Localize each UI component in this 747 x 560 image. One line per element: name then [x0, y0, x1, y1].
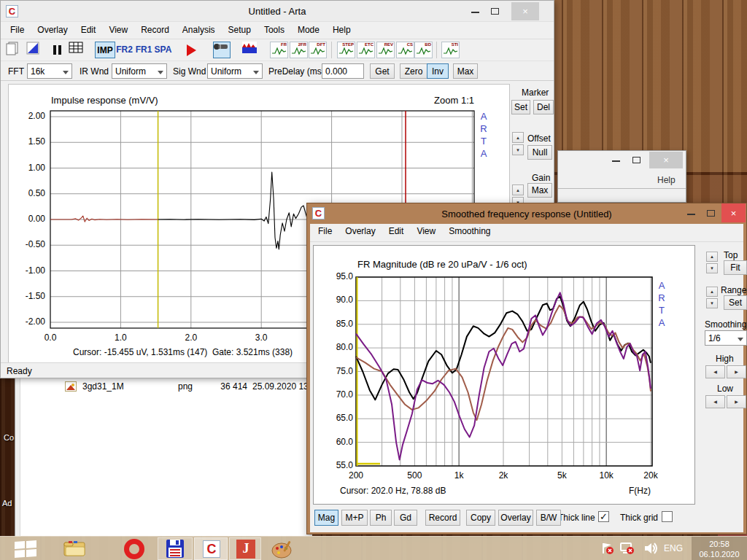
stop-icon[interactable]: [48, 42, 66, 58]
menu-item-help[interactable]: Help: [326, 23, 357, 37]
gain-max-button[interactable]: Max: [527, 183, 552, 198]
lowfr-right-button[interactable]: ▶: [727, 395, 746, 408]
mode-button-spa[interactable]: SPA: [153, 42, 174, 58]
spectrum-wave-icon[interactable]: [242, 42, 260, 58]
fit-button[interactable]: Fit: [724, 260, 747, 275]
fr-plot[interactable]: [314, 246, 696, 505]
tool-icon-etc[interactable]: ETC: [357, 42, 375, 58]
main-titlebar[interactable]: C Untitled - Arta ×: [1, 1, 554, 22]
fr-close-button[interactable]: ×: [721, 203, 746, 222]
menu-item-overlay[interactable]: Overlay: [31, 23, 74, 37]
marker-del-button[interactable]: Del: [533, 100, 554, 114]
fr-maximize-button[interactable]: [707, 210, 715, 217]
fr-button-mp[interactable]: M+P: [341, 510, 368, 526]
fr-button-record[interactable]: Record: [425, 510, 460, 526]
maximize-button[interactable]: [491, 8, 499, 15]
taskbar-arta-app[interactable]: C: [194, 537, 228, 560]
fr-menu-item-view[interactable]: View: [410, 224, 442, 238]
menu-item-analysis[interactable]: Analysis: [176, 23, 222, 37]
volume-icon[interactable]: [643, 541, 658, 556]
taskbar-floppy-app[interactable]: [158, 537, 193, 560]
lowfr-left-button[interactable]: ◀: [705, 395, 725, 408]
fr-button-overlay[interactable]: Overlay: [498, 510, 533, 526]
fr-button-copy[interactable]: Copy: [466, 510, 495, 526]
fr-menu-item-overlay[interactable]: Overlay: [338, 224, 382, 238]
start-button[interactable]: [15, 540, 36, 558]
sig-window-select[interactable]: Uniform: [207, 63, 263, 79]
fr-menu-item-file[interactable]: File: [311, 224, 338, 238]
new-document-icon[interactable]: [6, 42, 23, 58]
marker-set-button[interactable]: Set: [511, 100, 530, 114]
dialog-minimize-button[interactable]: [612, 160, 620, 162]
file-row[interactable]: 3gd31_1M png 36 414 25.09.2020 13:: [59, 381, 313, 393]
thick-line-checkbox[interactable]: ✓: [598, 511, 609, 522]
taskbar-opera-icon[interactable]: [124, 539, 149, 559]
record-play-icon[interactable]: [182, 42, 200, 58]
control-button-get[interactable]: Get: [370, 63, 395, 79]
tool-icon-sti[interactable]: STI: [441, 42, 460, 58]
fr-button-gd[interactable]: Gd: [394, 510, 417, 526]
thick-grid-checkbox[interactable]: [662, 511, 673, 522]
range-set-button[interactable]: Set: [724, 295, 747, 310]
fr-minimize-button[interactable]: [687, 214, 695, 215]
dialog-close-button[interactable]: ×: [649, 152, 683, 168]
menu-item-mode[interactable]: Mode: [291, 23, 326, 37]
fr-x-tick: 2k: [492, 470, 515, 481]
offset-up-button[interactable]: ▲: [512, 132, 524, 143]
control-button-zero[interactable]: Zero: [400, 63, 427, 79]
fr-button-mag[interactable]: Mag: [314, 510, 338, 526]
mode-button-fr1[interactable]: FR1: [133, 42, 154, 58]
language-indicator[interactable]: ENG: [664, 543, 683, 553]
dialog-maximize-button[interactable]: [632, 157, 640, 163]
network-icon[interactable]: [620, 542, 635, 555]
tool-icon-dft[interactable]: DFT: [309, 42, 327, 58]
fr-menu-item-smoothing[interactable]: Smoothing: [442, 224, 497, 238]
close-button[interactable]: ×: [511, 2, 539, 20]
offset-null-button[interactable]: Null: [527, 145, 552, 160]
fr-button-bw[interactable]: B/W: [536, 510, 561, 526]
range-down-button[interactable]: ▼: [706, 298, 718, 308]
fft-size-select[interactable]: 16k: [27, 63, 72, 79]
fr-button-ph[interactable]: Ph: [370, 510, 392, 526]
taskbar-clock[interactable]: 20:58 06.10.2020: [692, 537, 747, 560]
fr-menu-item-edit[interactable]: Edit: [382, 224, 411, 238]
action-center-icon[interactable]: [601, 542, 614, 555]
tool-icon-cs[interactable]: CS: [396, 42, 414, 58]
fr-titlebar[interactable]: C Smoothed frequency response (Untitled)…: [307, 203, 746, 224]
menu-item-setup[interactable]: Setup: [222, 23, 258, 37]
table-icon[interactable]: [69, 42, 86, 58]
predelay-input[interactable]: [322, 63, 364, 79]
smoothing-select[interactable]: 1/6: [705, 330, 747, 346]
control-button-max[interactable]: Max: [453, 63, 478, 79]
tool-icon-step[interactable]: STEP: [337, 42, 355, 58]
tool-icon-fr[interactable]: FR: [270, 42, 288, 58]
flashlight-tool-icon[interactable]: [213, 42, 231, 58]
tool-icon-bd[interactable]: BD: [414, 42, 433, 58]
taskbar-explorer-icon[interactable]: [63, 540, 88, 558]
menu-item-view[interactable]: View: [102, 23, 134, 37]
dialog-help-button[interactable]: Help: [657, 175, 676, 185]
minimize-button[interactable]: [471, 12, 479, 13]
range-up-button[interactable]: ▲: [706, 287, 718, 297]
menu-item-tools[interactable]: Tools: [258, 23, 291, 37]
highfr-right-button[interactable]: ▶: [727, 365, 746, 378]
menu-item-edit[interactable]: Edit: [74, 23, 103, 37]
ir-window-select[interactable]: Uniform: [112, 63, 167, 79]
gain-up-button[interactable]: ▲: [512, 184, 524, 195]
tool-icon-rev[interactable]: REV: [376, 42, 395, 58]
mode-button-imp[interactable]: IMP: [95, 42, 115, 58]
offset-down-button[interactable]: ▼: [512, 144, 524, 155]
top-up-button[interactable]: ▲: [706, 252, 718, 262]
signal-generator-icon[interactable]: [26, 42, 44, 58]
tool-icon-2fr[interactable]: 2FR: [290, 42, 308, 58]
desktop-icon-label-1[interactable]: Co: [4, 433, 14, 442]
taskbar-reader-app[interactable]: J: [229, 537, 261, 560]
top-down-button[interactable]: ▼: [706, 263, 718, 273]
menu-item-file[interactable]: File: [4, 23, 31, 37]
desktop-icon-label-2[interactable]: Ad: [2, 499, 12, 508]
control-button-inv[interactable]: Inv: [427, 63, 449, 79]
highfr-left-button[interactable]: ◀: [705, 365, 725, 378]
menu-item-record[interactable]: Record: [134, 23, 176, 37]
taskbar-paint-icon[interactable]: [270, 539, 296, 559]
mode-button-fr2[interactable]: FR2: [115, 42, 135, 58]
